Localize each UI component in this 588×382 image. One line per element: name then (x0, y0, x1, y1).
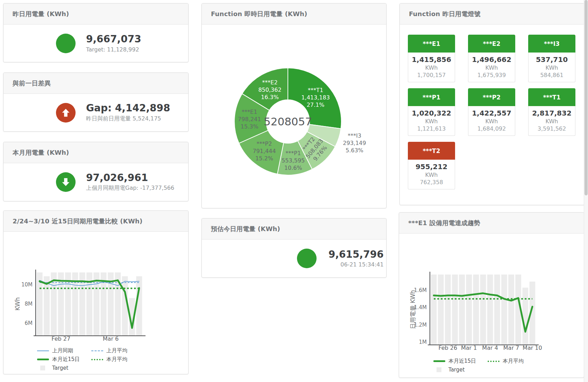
legend-label: 本月平均 (503, 358, 524, 364)
legend-row: 本月近15日本月平均 (433, 358, 584, 364)
compare-line-chart: 6M8M10MFeb 27Mar 6KWh (3, 232, 188, 344)
tile-unit: KWh (408, 118, 455, 125)
panel-header: 預估今日用電量 (KWh) (202, 218, 386, 239)
x-tick-label: Mar 4 (482, 345, 498, 351)
panel-title[interactable]: ***E1 設備用電達成趨勢 (408, 219, 480, 227)
legend-label: Target (52, 365, 68, 371)
kpi-row: 97,026,961 上個月同期用電Gap: -17,377,566 (3, 163, 188, 201)
donut-chart: ***T11,413,18327.1%***I3293,1495.63%***T… (202, 25, 386, 208)
kpi-row: 9,615,796 06-21 15:34:41 (202, 239, 386, 277)
panel-body: ***T11,413,18327.1%***I3293,1495.63%***T… (202, 25, 386, 208)
donut-slice-label: ***I3293,1495.63% (343, 132, 366, 154)
target-bar (445, 275, 451, 345)
donut-center-total: 5208057 (264, 115, 312, 128)
legend-item[interactable]: 本月平均 (488, 358, 542, 364)
status-circle-down-arrow-icon (56, 172, 76, 192)
legend-item[interactable]: 本月平均 (91, 356, 146, 363)
device-tile: ***E11,415,856KWh1,700,157 (408, 35, 455, 82)
panel-title[interactable]: 與前一日差異 (13, 79, 51, 88)
panel-title[interactable]: 本月用電量 (KWh) (13, 148, 69, 157)
target-bar (501, 275, 507, 345)
y-tick-label: 6M (25, 320, 33, 326)
target-bar (480, 275, 486, 345)
up-arrow-icon (61, 107, 71, 118)
tile-value: 955,212 (408, 162, 455, 171)
status-circle (297, 249, 317, 268)
legend-item[interactable]: Target (37, 365, 91, 371)
legend-swatch-solid-icon (37, 350, 49, 351)
kpi-subtext: 上個月同期用電Gap: -17,377,566 (86, 185, 174, 192)
e1-trend-line-chart: 1M1.2M1.4M1.6MFeb 26Mar 1Mar 4Mar 7Mar 1… (399, 234, 584, 354)
device-tile: ***P21,422,557KWh1,684,092 (468, 88, 515, 136)
status-circle-up-arrow-icon (56, 103, 76, 123)
legend-label: 本月近15日 (52, 356, 80, 363)
target-bar (508, 275, 514, 345)
compare-chart-legend: 上月同期上月平均本月近15日本月平均Target (3, 347, 188, 371)
tile-body: 2,817,832KWh3,591,562 (528, 106, 575, 136)
x-tick-label: Mar 10 (523, 345, 542, 351)
tile-value: 537,710 (529, 55, 575, 64)
tile-target-value: 1,700,157 (408, 72, 455, 78)
kpi-value: 9,615,796 (328, 249, 384, 260)
panel-title[interactable]: Function 昨日用電燈號 (409, 10, 481, 18)
vertical-scrollbar[interactable] (584, 0, 588, 382)
legend-item[interactable]: 上月平均 (91, 347, 146, 354)
legend-row: 本月近15日本月平均 (37, 356, 188, 363)
target-bar (487, 275, 493, 345)
legend-item[interactable]: 本月近15日 (433, 358, 488, 364)
panel-body: 1M1.2M1.4M1.6MFeb 26Mar 1Mar 4Mar 7Mar 1… (399, 234, 584, 377)
kpi-row: Gap: 4,142,898 昨日與前日用電量 5,524,175 (3, 94, 188, 131)
x-tick-label: Mar 1 (461, 345, 477, 351)
legend-label: 上月平均 (106, 347, 127, 354)
tile-target-value: 3,591,562 (529, 125, 575, 132)
kpi-text: 9,615,796 06-21 15:34:41 (328, 249, 384, 268)
target-bar (466, 275, 472, 345)
legend-label: 本月平均 (106, 356, 127, 363)
panel-title[interactable]: 昨日用電量 (KWh) (13, 10, 69, 18)
tile-body: 955,212KWh762,358 (408, 160, 455, 189)
tile-header: ***E2 (468, 35, 515, 53)
panel-title[interactable]: Function 即時日用電量 (KWh) (211, 10, 307, 18)
panel-yesterday-lights: Function 昨日用電燈號 ***E11,415,856KWh1,700,1… (399, 3, 585, 205)
tile-value: 1,496,662 (468, 55, 515, 64)
device-tile-grid: ***E11,415,856KWh1,700,157***E21,496,662… (408, 35, 575, 189)
x-tick-label: Mar 7 (503, 345, 519, 351)
legend-swatch-dots-icon (91, 359, 103, 360)
y-axis-title: KWh (14, 297, 21, 311)
target-bar (452, 275, 458, 345)
tile-unit: KWh (529, 64, 575, 71)
target-bar (523, 288, 529, 345)
panel-header: 2/24~3/10 近15日同期用電量比較 (KWh) (3, 211, 188, 232)
legend-swatch-box-icon (437, 367, 441, 372)
panel-title[interactable]: 2/24~3/10 近15日同期用電量比較 (KWh) (13, 217, 142, 225)
device-tile: ***T2955,212KWh762,358 (408, 142, 455, 189)
legend-item[interactable]: 上月同期 (37, 347, 91, 354)
tile-target-value: 1,684,092 (468, 125, 515, 132)
legend-row: Target (37, 365, 188, 371)
tile-unit: KWh (529, 118, 575, 125)
tile-body: 1,496,662KWh1,675,939 (468, 53, 515, 82)
e1-trend-chart-legend: 本月近15日本月平均Target (399, 358, 584, 373)
legend-label: 本月近15日 (448, 358, 476, 364)
panel-header: ***E1 設備用電達成趨勢 (399, 213, 584, 234)
legend-swatch-box-icon (40, 366, 45, 370)
panel-title[interactable]: 預估今日用電量 (KWh) (211, 225, 280, 233)
tile-header: ***I3 (528, 35, 575, 53)
legend-item[interactable]: 本月近15日 (37, 356, 91, 363)
target-bar (431, 275, 437, 345)
scrollbar-thumb[interactable] (585, 0, 588, 195)
tile-body: 1,422,557KWh1,684,092 (468, 106, 515, 136)
tile-unit: KWh (468, 64, 515, 71)
panel-today-estimate: 預估今日用電量 (KWh) 9,615,796 06-21 15:34:41 (201, 218, 387, 278)
legend-row: Target (433, 367, 584, 373)
y-axis-title: 日用電量 KWh (409, 290, 416, 329)
tile-header: ***T1 (528, 88, 575, 106)
panel-day-gap: 與前一日差異 Gap: 4,142,898 昨日與前日用電量 5,524,175 (3, 72, 189, 132)
device-tile: ***E21,496,662KWh1,675,939 (468, 35, 515, 82)
tile-target-value: 584,861 (529, 72, 575, 78)
kpi-text: 97,026,961 上個月同期用電Gap: -17,377,566 (86, 172, 174, 192)
legend-item[interactable]: Target (433, 367, 488, 373)
y-tick-label: 10M (21, 282, 33, 288)
x-tick-label: Feb 26 (438, 345, 457, 351)
x-tick-label: Feb 27 (51, 335, 70, 342)
